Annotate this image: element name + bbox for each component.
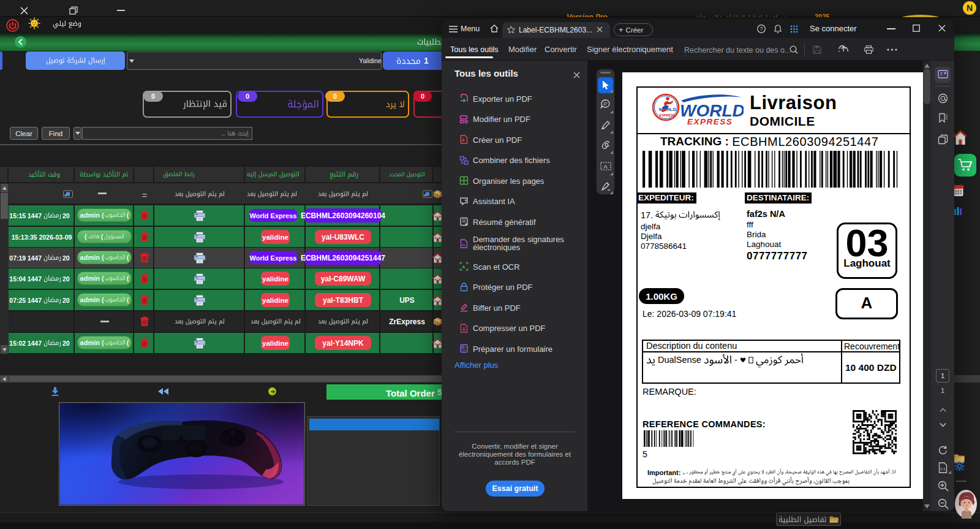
svg-text:A: A xyxy=(462,265,465,269)
svg-text:EXPRESS: EXPRESS xyxy=(687,117,733,126)
svg-text:A: A xyxy=(462,138,465,142)
svg-text:1:1: 1:1 xyxy=(940,467,946,471)
svg-text:A: A xyxy=(604,163,608,170)
svg-text:EXPRESS: EXPRESS xyxy=(660,113,676,117)
svg-text:?: ? xyxy=(760,26,763,32)
